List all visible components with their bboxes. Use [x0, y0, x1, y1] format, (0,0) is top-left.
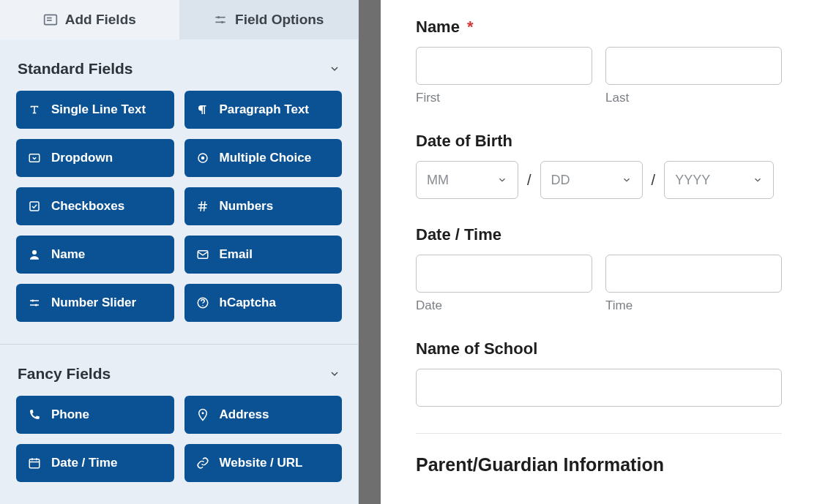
svg-point-19: [201, 412, 204, 414]
field-label: Multiple Choice: [220, 151, 312, 165]
form-preview: Name * First Last Date of Birth MM / DD: [381, 0, 817, 504]
field-hcaptcha[interactable]: hCaptcha: [184, 284, 343, 322]
chevron-down-icon: [329, 63, 340, 75]
field-checkboxes[interactable]: Checkboxes: [16, 187, 174, 225]
svg-rect-10: [30, 202, 39, 211]
input-date[interactable]: [416, 255, 592, 293]
sublabel-time: Time: [605, 298, 782, 313]
tab-field-options[interactable]: Field Options: [179, 0, 359, 40]
chevron-down-icon: [497, 175, 507, 185]
dropdown-icon: [28, 151, 41, 165]
field-label: Single Line Text: [51, 102, 146, 117]
sublabel-last: Last: [605, 91, 782, 105]
select-dob-month[interactable]: MM: [416, 161, 518, 199]
slider-icon: [28, 296, 41, 309]
section-title: Fancy Fields: [18, 365, 111, 383]
form-icon: [43, 12, 58, 27]
input-last-name[interactable]: [605, 47, 782, 85]
link-icon: [196, 456, 209, 470]
standard-fields-grid: Single Line Text Paragraph Text Dropdown…: [0, 91, 358, 338]
label-dob: Date of Birth: [416, 132, 782, 151]
dob-separator: /: [652, 172, 656, 189]
radio-icon: [196, 151, 209, 165]
select-dob-day[interactable]: DD: [540, 161, 643, 199]
panel-gap: [359, 0, 381, 504]
sidebar: Add Fields Field Options Standard Fields…: [0, 0, 359, 504]
svg-point-4: [217, 16, 220, 18]
form-field-datetime[interactable]: Date / Time Date Time: [416, 225, 782, 313]
tab-label: Add Fields: [65, 12, 136, 28]
chevron-down-icon: [329, 368, 340, 380]
field-phone[interactable]: Phone: [16, 396, 174, 434]
placeholder-dd: DD: [551, 173, 570, 188]
form-field-name[interactable]: Name * First Last: [416, 18, 782, 105]
field-label: Phone: [51, 407, 89, 422]
hash-icon: [196, 200, 209, 213]
calendar-icon: [28, 456, 41, 470]
user-icon: [28, 248, 41, 261]
input-school[interactable]: [416, 369, 782, 407]
text-icon: [28, 103, 41, 116]
field-address[interactable]: Address: [184, 396, 343, 434]
field-label: Paragraph Text: [220, 102, 310, 117]
field-dropdown[interactable]: Dropdown: [16, 139, 174, 177]
section-fancy-fields[interactable]: Fancy Fields: [0, 345, 358, 396]
guardian-heading: Parent/Guardian Information: [416, 454, 782, 475]
placeholder-mm: MM: [427, 173, 449, 188]
input-first-name[interactable]: [416, 47, 592, 85]
placeholder-yyyy: YYYY: [675, 173, 710, 188]
field-email[interactable]: Email: [184, 236, 343, 274]
form-field-dob[interactable]: Date of Birth MM / DD / YYYY: [416, 132, 782, 199]
field-label: Number Slider: [51, 296, 136, 310]
field-name[interactable]: Name: [16, 236, 174, 274]
field-number-slider[interactable]: Number Slider: [16, 284, 174, 322]
svg-point-6: [221, 21, 223, 23]
sliders-icon: [213, 12, 228, 27]
svg-point-18: [202, 305, 204, 306]
section-standard-fields[interactable]: Standard Fields: [0, 40, 358, 91]
sublabel-date: Date: [416, 298, 592, 313]
svg-rect-7: [29, 154, 40, 162]
required-asterisk: *: [467, 18, 474, 36]
input-time[interactable]: [605, 255, 782, 293]
paragraph-icon: [196, 103, 209, 116]
question-icon: [196, 296, 209, 309]
field-date-time[interactable]: Date / Time: [16, 444, 174, 482]
tab-label: Field Options: [235, 12, 324, 28]
section-title: Standard Fields: [18, 60, 133, 78]
svg-point-11: [32, 250, 37, 255]
tab-add-fields[interactable]: Add Fields: [0, 0, 179, 40]
dob-separator: /: [527, 172, 531, 189]
svg-point-9: [201, 157, 204, 160]
label-school: Name of School: [416, 339, 782, 358]
checkbox-icon: [28, 200, 41, 213]
chevron-down-icon: [622, 175, 632, 185]
sidebar-tabs: Add Fields Field Options: [0, 0, 358, 40]
fancy-fields-grid: Phone Address Date / Time Website / URL: [0, 396, 358, 498]
label-name: Name *: [416, 18, 782, 37]
field-label: Email: [220, 247, 253, 262]
select-dob-year[interactable]: YYYY: [664, 161, 774, 199]
field-label: Address: [220, 407, 269, 422]
sublabel-first: First: [416, 91, 592, 105]
chevron-down-icon: [753, 175, 763, 185]
field-label: Numbers: [220, 199, 274, 214]
field-single-line-text[interactable]: Single Line Text: [16, 91, 174, 129]
svg-point-16: [35, 304, 37, 306]
field-paragraph-text[interactable]: Paragraph Text: [184, 91, 343, 129]
form-field-school[interactable]: Name of School: [416, 339, 782, 407]
svg-point-14: [31, 300, 34, 302]
field-label: Checkboxes: [51, 199, 124, 214]
envelope-icon: [196, 248, 209, 261]
field-label: hCaptcha: [220, 296, 276, 310]
label-text: Name: [416, 18, 460, 36]
field-label: Website / URL: [220, 456, 303, 470]
field-label: Name: [51, 247, 85, 262]
field-website-url[interactable]: Website / URL: [184, 444, 343, 482]
field-multiple-choice[interactable]: Multiple Choice: [184, 139, 343, 177]
phone-icon: [28, 408, 41, 421]
form-divider: [416, 433, 782, 434]
field-numbers[interactable]: Numbers: [184, 187, 343, 225]
field-label: Date / Time: [51, 456, 117, 470]
svg-rect-20: [29, 459, 40, 468]
